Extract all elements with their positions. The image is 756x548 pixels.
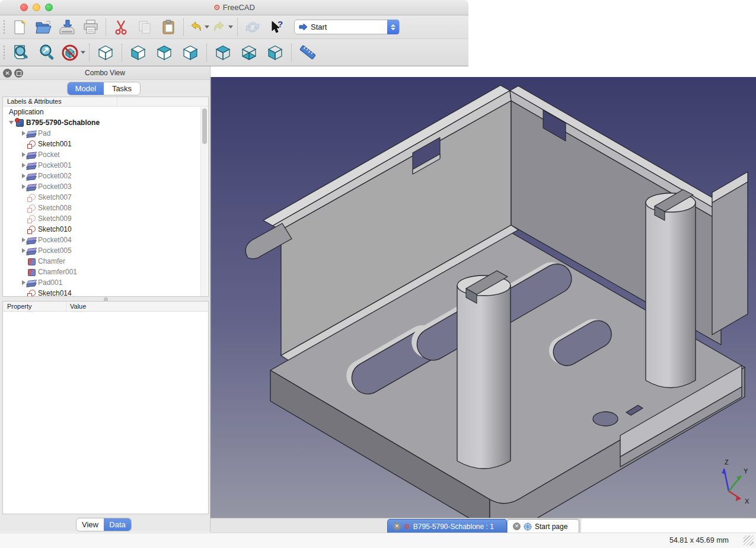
measure-distance-button[interactable]	[295, 41, 321, 65]
tree-items: PadSketch001PocketPocket001Pocket002Pock…	[3, 128, 208, 297]
tree-item-pocket002[interactable]: Pocket002	[3, 171, 208, 181]
left-view-button[interactable]	[262, 41, 288, 65]
tree-item-pocket[interactable]: Pocket	[3, 149, 208, 160]
right-view-button[interactable]	[177, 41, 203, 65]
tab-close-icon[interactable]: ✕	[513, 523, 521, 530]
tree-item-pocket001[interactable]: Pocket001	[3, 160, 208, 171]
pocket-icon	[27, 150, 36, 159]
axis-label-z: Z	[725, 459, 729, 466]
redo-button[interactable]	[210, 17, 234, 37]
tree-scrollbar[interactable]	[200, 107, 208, 297]
tree-item-sketch007[interactable]: Sketch007	[3, 192, 208, 203]
tree-item-sketch009[interactable]: Sketch009	[3, 213, 208, 224]
tree-column-header[interactable]: Labels & Attributes	[3, 97, 208, 107]
sketch-dim-icon	[27, 214, 36, 223]
combo-view-panel: ✕ Combo View Model Tasks Labels & Attrib…	[0, 66, 210, 532]
fit-all-icon	[11, 43, 30, 62]
tree-item-pocket004[interactable]: Pocket004	[3, 235, 208, 245]
tree-item-sketch001[interactable]: Sketch001	[3, 139, 208, 149]
resize-grip[interactable]	[744, 536, 754, 546]
rear-view-button[interactable]	[210, 41, 236, 65]
tab-data[interactable]: Data	[104, 518, 131, 531]
tree-item-pad[interactable]: Pad	[3, 128, 208, 139]
workbench-selector[interactable]: Start	[294, 20, 400, 34]
tab-tasks[interactable]: Tasks	[104, 82, 140, 95]
pocket-icon	[27, 236, 36, 244]
print-button[interactable]	[79, 17, 103, 37]
top-view-icon	[155, 44, 173, 62]
save-icon	[58, 19, 76, 36]
pocket-icon	[27, 172, 36, 180]
open-document-button[interactable]	[31, 17, 55, 37]
tree-item-pocket005[interactable]: Pocket005	[3, 245, 208, 256]
workbench-selected-value: Start	[311, 23, 387, 31]
axonometric-view-button[interactable]	[92, 41, 119, 65]
3d-viewport[interactable]: Z Y X	[210, 77, 756, 518]
tab-close-icon[interactable]: ✕	[393, 523, 401, 530]
toolbar-separator	[106, 18, 106, 36]
whats-this-button[interactable]: ?	[264, 17, 288, 37]
fit-selection-button[interactable]	[34, 41, 60, 65]
globe-icon	[524, 523, 532, 531]
tab-model[interactable]: Model	[68, 82, 104, 95]
undo-button[interactable]	[187, 17, 210, 37]
redo-icon	[212, 20, 227, 35]
rear-view-icon	[214, 44, 232, 62]
model-tasks-tabs: Model Tasks	[67, 82, 141, 95]
property-columns-header[interactable]: Property Value	[3, 302, 208, 312]
axis-label-y: Y	[744, 467, 748, 475]
toolbar-drag-handle[interactable]	[3, 20, 5, 35]
toolbar-drag-handle[interactable]	[3, 45, 5, 60]
save-button[interactable]	[55, 17, 79, 37]
sketch-dim-icon	[27, 193, 36, 201]
tree-item-document[interactable]: B795-5790-Schablone	[3, 117, 208, 128]
redo-dropdown-caret[interactable]	[228, 25, 233, 28]
toolbar-separator	[206, 44, 207, 62]
copy-icon	[136, 19, 153, 36]
tab-view[interactable]: View	[76, 518, 104, 531]
sketch-icon	[27, 289, 36, 297]
expand-arrow-icon[interactable]	[9, 121, 15, 124]
toolbar-separator	[89, 44, 90, 62]
tree-item-sketch010[interactable]: Sketch010	[3, 224, 208, 235]
right-view-icon	[181, 44, 199, 62]
chamfer-icon	[27, 257, 36, 265]
3d-model-part	[211, 77, 756, 518]
draw-style-button[interactable]	[60, 41, 86, 65]
document-tab-active[interactable]: ✕ ⚙ B795-5790-Schablone : 1	[387, 519, 507, 533]
scrollbar-thumb[interactable]	[202, 108, 207, 144]
whats-this-icon: ?	[268, 19, 285, 36]
pocket-icon	[27, 161, 36, 169]
fit-all-button[interactable]	[8, 41, 34, 65]
front-view-button[interactable]	[125, 41, 151, 65]
tree-item-sketch008[interactable]: Sketch008	[3, 203, 208, 213]
cut-scissors-icon	[113, 19, 129, 36]
tree-item-label: Sketch007	[36, 193, 72, 201]
tree-item-pad001[interactable]: Pad001	[3, 277, 208, 288]
start-page-tab[interactable]: ✕ Start page	[507, 519, 579, 533]
panel-splitter[interactable]	[2, 297, 209, 301]
bottom-view-button[interactable]	[236, 41, 262, 65]
draw-style-dropdown-caret[interactable]	[81, 51, 85, 54]
workbench-dropdown-stepper[interactable]	[387, 20, 399, 34]
paste-button[interactable]	[157, 17, 180, 37]
tree-item-chamfer001[interactable]: Chamfer001	[3, 267, 208, 277]
window-title: ⚙FreeCAD	[0, 3, 468, 12]
tree-item-label: Chamfer	[36, 257, 65, 265]
undo-dropdown-caret[interactable]	[205, 25, 209, 28]
tree-item-application[interactable]: Application	[3, 107, 208, 117]
tree-item-pocket003[interactable]: Pocket003	[3, 181, 208, 192]
axonometric-view-icon	[97, 44, 114, 62]
tree-item-sketch014[interactable]: Sketch014	[3, 288, 208, 297]
copy-button[interactable]	[133, 17, 157, 37]
new-document-button[interactable]	[8, 17, 31, 37]
tree-item-chamfer[interactable]: Chamfer	[3, 256, 208, 267]
tree-item-label: Sketch010	[36, 225, 72, 233]
toolbar-separator	[122, 44, 122, 62]
top-view-button[interactable]	[151, 41, 177, 65]
cut-button[interactable]	[109, 17, 133, 37]
tree-item-label: Sketch008	[36, 204, 72, 212]
freecad-document-icon: ⚙	[404, 523, 410, 530]
tree-item-label: Pad001	[36, 278, 62, 287]
refresh-button[interactable]	[241, 17, 264, 37]
